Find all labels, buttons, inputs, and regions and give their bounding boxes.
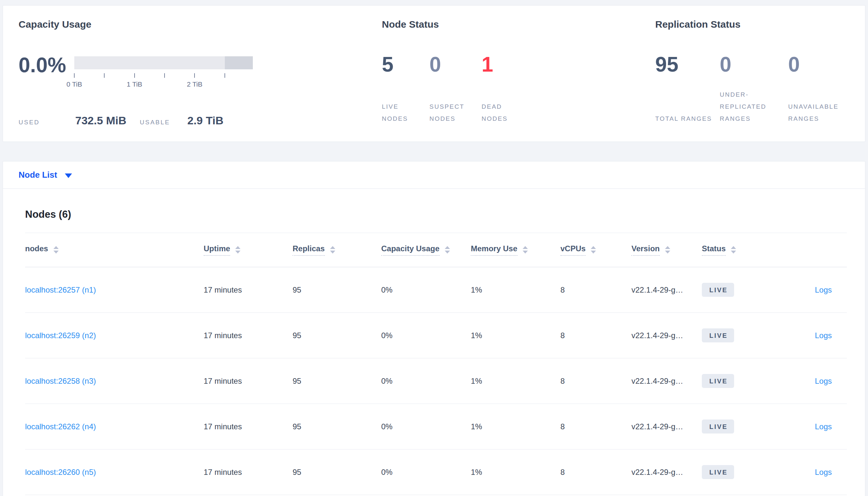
axis-tick-label: 0 TiB bbox=[66, 80, 82, 88]
memory-use-cell: 1% bbox=[471, 331, 560, 340]
vcpus-cell: 8 bbox=[560, 468, 631, 477]
node-address-link[interactable]: localhost:26260 (n5) bbox=[25, 468, 96, 477]
sort-asc-icon bbox=[330, 246, 335, 249]
status-badge: LIVE bbox=[702, 419, 734, 434]
uptime-cell: 17 minutes bbox=[204, 376, 293, 386]
capacity-bar-track bbox=[74, 56, 253, 69]
sort-icon bbox=[54, 246, 59, 253]
node-address-cell: localhost:26259 (n2) bbox=[25, 331, 204, 340]
sort-icon bbox=[665, 246, 670, 253]
sort-icon bbox=[591, 246, 596, 253]
view-selector-dropdown[interactable]: Node List bbox=[18, 170, 72, 180]
capacity-usage-section: Capacity Usage 0.0% 0 TiB bbox=[18, 18, 382, 142]
logs-link[interactable]: Logs bbox=[815, 468, 832, 477]
column-header-label: Uptime bbox=[204, 244, 230, 256]
stat-label: SUSPECT NODES bbox=[430, 100, 472, 125]
replicas-cell: 95 bbox=[293, 376, 381, 386]
replicas-cell: 95 bbox=[293, 331, 381, 340]
logs-cell: Logs bbox=[803, 376, 847, 386]
replication-status-section: Replication Status 95 TOTAL RANGES 0 UND… bbox=[655, 18, 850, 142]
logs-link[interactable]: Logs bbox=[815, 285, 832, 294]
replication-status-title: Replication Status bbox=[655, 18, 850, 30]
logs-link[interactable]: Logs bbox=[815, 376, 832, 385]
capacity-usage-body: 0.0% 0 TiB 1 TiB bbox=[18, 54, 382, 77]
vcpus-cell: 8 bbox=[560, 285, 631, 295]
status-badge: LIVE bbox=[702, 283, 734, 297]
stat: 0 SUSPECT NODES bbox=[430, 54, 482, 125]
sort-icon bbox=[731, 246, 736, 253]
column-header[interactable] bbox=[803, 249, 847, 251]
stat-value: 0 bbox=[788, 54, 847, 76]
column-header[interactable]: Capacity Usage bbox=[381, 244, 471, 256]
sort-icon bbox=[445, 246, 450, 253]
vcpus-cell: 8 bbox=[560, 331, 631, 340]
usable-value: 2.9 TiB bbox=[188, 114, 224, 127]
logs-cell: Logs bbox=[803, 331, 847, 340]
view-selector-bar: Node List bbox=[3, 161, 865, 189]
sort-desc-icon bbox=[235, 251, 240, 253]
nodes-table-section: Nodes (6) nodes Uptime bbox=[3, 208, 865, 495]
axis-tick bbox=[104, 73, 105, 78]
column-header[interactable]: Memory Use bbox=[471, 244, 560, 256]
capacity-used-usable-row: USED 732.5 MiB USABLE 2.9 TiB bbox=[18, 114, 382, 127]
memory-use-cell: 1% bbox=[471, 422, 560, 431]
logs-link[interactable]: Logs bbox=[815, 422, 832, 431]
sort-icon bbox=[330, 246, 335, 253]
column-header-label: Status bbox=[702, 244, 725, 256]
capacity-usage-title: Capacity Usage bbox=[18, 18, 382, 30]
sort-desc-icon bbox=[54, 251, 59, 253]
stat-label: UNDER-REPLICATED RANGES bbox=[720, 89, 778, 125]
chevron-down-icon bbox=[65, 173, 72, 178]
node-address-link[interactable]: localhost:26258 (n3) bbox=[25, 376, 96, 385]
axis-tick-label: 1 TiB bbox=[127, 80, 143, 88]
capacity-percent-value: 0.0% bbox=[18, 54, 74, 77]
column-header[interactable]: Uptime bbox=[204, 244, 293, 256]
capacity-usage-cell: 0% bbox=[381, 285, 471, 295]
column-header[interactable]: Status bbox=[702, 244, 803, 256]
version-cell: v22.1.4-29-g… bbox=[631, 422, 702, 431]
node-address-link[interactable]: localhost:26262 (n4) bbox=[25, 422, 96, 431]
uptime-cell: 17 minutes bbox=[204, 468, 293, 477]
node-address-link[interactable]: localhost:26257 (n1) bbox=[25, 285, 96, 294]
sort-desc-icon bbox=[591, 251, 596, 253]
column-header-label: nodes bbox=[25, 244, 48, 256]
axis-tick bbox=[194, 73, 195, 78]
memory-use-cell: 1% bbox=[471, 468, 560, 477]
status-cell: LIVE bbox=[702, 283, 803, 297]
capacity-usage-cell: 0% bbox=[381, 422, 471, 431]
node-status-stats: 5 LIVE NODES 0 SUSPECT NODES 1 DEAD NODE… bbox=[382, 54, 655, 125]
node-address-cell: localhost:26260 (n5) bbox=[25, 468, 204, 477]
cluster-summary-panel: Capacity Usage 0.0% 0 TiB bbox=[3, 5, 865, 142]
stat-label: UNAVAILABLE RANGES bbox=[788, 100, 847, 125]
node-address-cell: localhost:26262 (n4) bbox=[25, 422, 204, 431]
status-badge: LIVE bbox=[702, 374, 734, 388]
stat: 95 TOTAL RANGES bbox=[655, 54, 720, 125]
used-value: 732.5 MiB bbox=[75, 114, 140, 127]
table-row: localhost:26259 (n2) 17 minutes 95 0% 1%… bbox=[25, 313, 847, 358]
table-row: localhost:26257 (n1) 17 minutes 95 0% 1%… bbox=[25, 267, 847, 313]
uptime-cell: 17 minutes bbox=[204, 331, 293, 340]
column-header[interactable]: Replicas bbox=[293, 244, 381, 256]
column-header-label: Memory Use bbox=[471, 244, 518, 256]
node-status-title: Node Status bbox=[382, 18, 655, 30]
sort-desc-icon bbox=[523, 251, 528, 253]
capacity-usage-cell: 0% bbox=[381, 468, 471, 477]
stat-value: 5 bbox=[382, 54, 430, 76]
nodes-table: nodes Uptime bbox=[25, 233, 847, 495]
column-header[interactable]: nodes bbox=[25, 244, 204, 256]
logs-link[interactable]: Logs bbox=[815, 331, 832, 340]
nodes-panel: Node List Nodes (6) nodes bbox=[3, 161, 865, 496]
axis-tick bbox=[164, 73, 165, 78]
capacity-usage-cell: 0% bbox=[381, 331, 471, 340]
status-badge: LIVE bbox=[702, 328, 734, 342]
column-header[interactable]: Version bbox=[631, 244, 702, 256]
node-status-section: Node Status 5 LIVE NODES 0 SUSPECT NODES… bbox=[382, 18, 655, 142]
vcpus-cell: 8 bbox=[560, 422, 631, 431]
column-header-label: Version bbox=[631, 244, 660, 256]
version-cell: v22.1.4-29-g… bbox=[631, 285, 702, 295]
capacity-usage-cell: 0% bbox=[381, 376, 471, 386]
capacity-bar-usable-segment bbox=[74, 56, 225, 69]
node-address-link[interactable]: localhost:26259 (n2) bbox=[25, 331, 96, 340]
table-row: localhost:26260 (n5) 17 minutes 95 0% 1%… bbox=[25, 449, 847, 495]
column-header[interactable]: vCPUs bbox=[560, 244, 631, 256]
